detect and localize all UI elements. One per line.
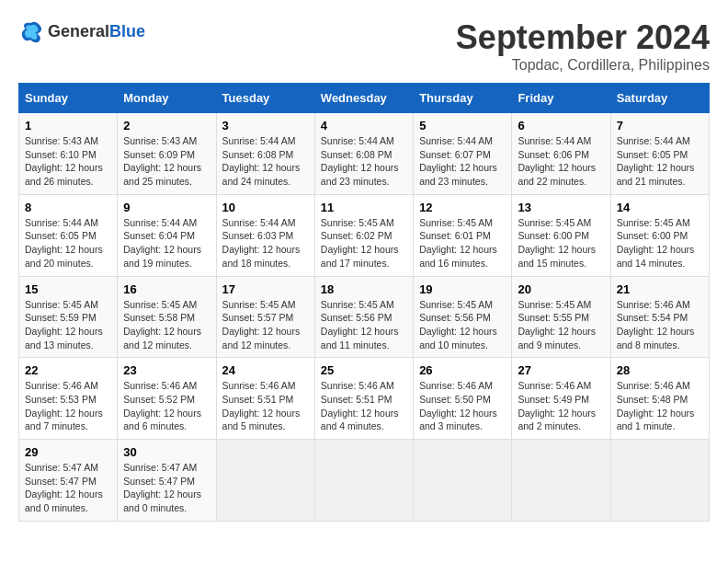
day-number: 8 (25, 201, 111, 214)
day-detail: Sunrise: 5:46 AMSunset: 5:51 PMDaylight:… (222, 380, 301, 431)
col-sunday: Sunday (19, 84, 118, 113)
day-detail: Sunrise: 5:43 AMSunset: 6:09 PMDaylight:… (123, 135, 201, 187)
table-cell: 1Sunrise: 5:43 AMSunset: 6:10 PMDaylight… (19, 113, 118, 195)
table-cell: 19Sunrise: 5:45 AMSunset: 5:56 PMDayligh… (414, 276, 512, 358)
table-cell: 13Sunrise: 5:45 AMSunset: 6:00 PMDayligh… (512, 194, 610, 276)
logo: GeneralBlue (18, 18, 145, 44)
day-detail: Sunrise: 5:44 AMSunset: 6:04 PMDaylight:… (123, 217, 201, 269)
day-detail: Sunrise: 5:45 AMSunset: 6:00 PMDaylight:… (518, 217, 596, 269)
day-detail: Sunrise: 5:45 AMSunset: 5:56 PMDaylight:… (321, 299, 399, 350)
table-row: 15Sunrise: 5:45 AMSunset: 5:59 PMDayligh… (19, 276, 710, 358)
table-cell: 4Sunrise: 5:44 AMSunset: 6:08 PMDaylight… (314, 113, 413, 195)
day-detail: Sunrise: 5:45 AMSunset: 5:55 PMDaylight:… (518, 299, 596, 350)
day-detail: Sunrise: 5:44 AMSunset: 6:05 PMDaylight:… (25, 217, 103, 269)
day-detail: Sunrise: 5:44 AMSunset: 6:03 PMDaylight:… (222, 217, 301, 269)
day-detail: Sunrise: 5:45 AMSunset: 5:57 PMDaylight:… (222, 299, 301, 350)
col-wednesday: Wednesday (314, 84, 413, 113)
day-detail: Sunrise: 5:43 AMSunset: 6:10 PMDaylight:… (25, 135, 103, 187)
day-detail: Sunrise: 5:44 AMSunset: 6:05 PMDaylight:… (617, 135, 695, 187)
table-row: 29Sunrise: 5:47 AMSunset: 5:47 PMDayligh… (19, 440, 710, 522)
table-cell: 5Sunrise: 5:44 AMSunset: 6:07 PMDaylight… (414, 113, 512, 195)
table-cell: 16Sunrise: 5:45 AMSunset: 5:58 PMDayligh… (118, 276, 216, 358)
table-cell (512, 440, 610, 522)
day-detail: Sunrise: 5:46 AMSunset: 5:49 PMDaylight:… (518, 380, 596, 431)
day-detail: Sunrise: 5:46 AMSunset: 5:48 PMDaylight:… (617, 380, 695, 431)
day-number: 30 (123, 445, 210, 459)
logo-blue: Blue (109, 22, 145, 40)
table-row: 8Sunrise: 5:44 AMSunset: 6:05 PMDaylight… (19, 194, 710, 276)
day-number: 29 (25, 445, 111, 459)
day-number: 14 (617, 201, 703, 214)
day-number: 9 (123, 201, 210, 214)
day-number: 25 (321, 363, 407, 377)
table-cell: 3Sunrise: 5:44 AMSunset: 6:08 PMDaylight… (216, 113, 314, 195)
col-saturday: Saturday (610, 84, 709, 113)
day-detail: Sunrise: 5:46 AMSunset: 5:54 PMDaylight:… (617, 299, 695, 350)
day-detail: Sunrise: 5:46 AMSunset: 5:50 PMDaylight:… (419, 380, 497, 431)
table-row: 1Sunrise: 5:43 AMSunset: 6:10 PMDaylight… (19, 113, 710, 195)
day-number: 1 (25, 119, 111, 132)
day-number: 22 (25, 363, 111, 377)
day-number: 26 (419, 363, 506, 377)
table-cell: 17Sunrise: 5:45 AMSunset: 5:57 PMDayligh… (216, 276, 314, 358)
day-number: 2 (123, 119, 210, 132)
day-number: 24 (222, 363, 309, 377)
day-detail: Sunrise: 5:47 AMSunset: 5:47 PMDaylight:… (25, 462, 103, 513)
table-cell (216, 440, 314, 522)
table-cell: 18Sunrise: 5:45 AMSunset: 5:56 PMDayligh… (314, 276, 413, 358)
table-cell: 15Sunrise: 5:45 AMSunset: 5:59 PMDayligh… (19, 276, 118, 358)
table-cell: 20Sunrise: 5:45 AMSunset: 5:55 PMDayligh… (512, 276, 610, 358)
table-cell: 28Sunrise: 5:46 AMSunset: 5:48 PMDayligh… (610, 358, 709, 440)
day-number: 23 (123, 363, 210, 377)
month-title: September 2024 (456, 18, 710, 57)
day-number: 20 (518, 282, 604, 296)
day-detail: Sunrise: 5:46 AMSunset: 5:53 PMDaylight:… (25, 380, 103, 431)
header-row: Sunday Monday Tuesday Wednesday Thursday… (19, 84, 710, 113)
logo-text: GeneralBlue (48, 22, 145, 41)
day-number: 17 (222, 282, 309, 296)
table-cell: 24Sunrise: 5:46 AMSunset: 5:51 PMDayligh… (216, 358, 314, 440)
col-friday: Friday (512, 84, 610, 113)
table-cell: 26Sunrise: 5:46 AMSunset: 5:50 PMDayligh… (414, 358, 512, 440)
day-detail: Sunrise: 5:47 AMSunset: 5:47 PMDaylight:… (123, 462, 201, 513)
day-number: 6 (518, 119, 604, 132)
table-cell: 30Sunrise: 5:47 AMSunset: 5:47 PMDayligh… (118, 440, 216, 522)
day-number: 10 (222, 201, 309, 214)
table-cell: 9Sunrise: 5:44 AMSunset: 6:04 PMDaylight… (118, 194, 216, 276)
day-detail: Sunrise: 5:45 AMSunset: 6:02 PMDaylight:… (321, 217, 399, 269)
table-cell: 23Sunrise: 5:46 AMSunset: 5:52 PMDayligh… (118, 358, 216, 440)
table-cell: 29Sunrise: 5:47 AMSunset: 5:47 PMDayligh… (19, 440, 118, 522)
location-title: Topdac, Cordillera, Philippines (456, 57, 710, 74)
day-detail: Sunrise: 5:45 AMSunset: 5:59 PMDaylight:… (25, 299, 103, 350)
day-detail: Sunrise: 5:45 AMSunset: 6:00 PMDaylight:… (617, 217, 695, 269)
table-cell: 25Sunrise: 5:46 AMSunset: 5:51 PMDayligh… (314, 358, 413, 440)
day-number: 5 (419, 119, 506, 132)
col-monday: Monday (118, 84, 216, 113)
table-cell: 10Sunrise: 5:44 AMSunset: 6:03 PMDayligh… (216, 194, 314, 276)
day-number: 12 (419, 201, 506, 214)
day-detail: Sunrise: 5:45 AMSunset: 5:58 PMDaylight:… (123, 299, 201, 350)
day-number: 19 (419, 282, 506, 296)
table-cell: 11Sunrise: 5:45 AMSunset: 6:02 PMDayligh… (314, 194, 413, 276)
logo-icon (18, 18, 44, 44)
day-detail: Sunrise: 5:45 AMSunset: 5:56 PMDaylight:… (419, 299, 497, 350)
col-tuesday: Tuesday (216, 84, 314, 113)
day-detail: Sunrise: 5:44 AMSunset: 6:08 PMDaylight:… (222, 135, 301, 187)
day-number: 27 (518, 363, 604, 377)
table-cell: 22Sunrise: 5:46 AMSunset: 5:53 PMDayligh… (19, 358, 118, 440)
table-cell: 7Sunrise: 5:44 AMSunset: 6:05 PMDaylight… (610, 113, 709, 195)
title-area: September 2024 Topdac, Cordillera, Phili… (456, 18, 710, 74)
day-detail: Sunrise: 5:44 AMSunset: 6:08 PMDaylight:… (321, 135, 399, 187)
day-detail: Sunrise: 5:46 AMSunset: 5:52 PMDaylight:… (123, 380, 201, 431)
logo-general: General (48, 22, 109, 40)
day-detail: Sunrise: 5:44 AMSunset: 6:07 PMDaylight:… (419, 135, 497, 187)
day-number: 4 (321, 119, 407, 132)
day-detail: Sunrise: 5:45 AMSunset: 6:01 PMDaylight:… (419, 217, 497, 269)
table-cell: 6Sunrise: 5:44 AMSunset: 6:06 PMDaylight… (512, 113, 610, 195)
table-cell (414, 440, 512, 522)
table-cell: 21Sunrise: 5:46 AMSunset: 5:54 PMDayligh… (610, 276, 709, 358)
day-number: 11 (321, 201, 407, 214)
table-cell: 12Sunrise: 5:45 AMSunset: 6:01 PMDayligh… (414, 194, 512, 276)
day-number: 18 (321, 282, 407, 296)
table-row: 22Sunrise: 5:46 AMSunset: 5:53 PMDayligh… (19, 358, 710, 440)
